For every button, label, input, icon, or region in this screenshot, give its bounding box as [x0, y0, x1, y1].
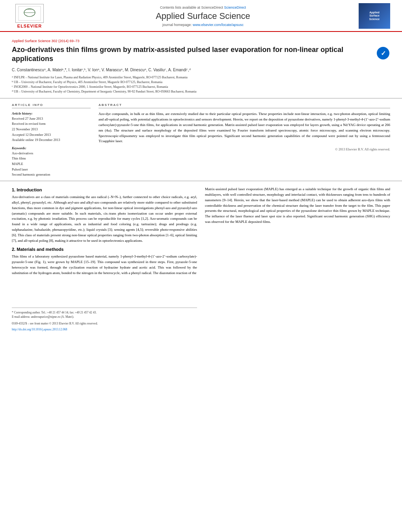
abstract-col: ABSTRACT Azo-dye compounds, in bulk or a… [99, 103, 390, 181]
journal-homepage-link[interactable]: www.elsevier.com/locate/apsusc [193, 23, 244, 27]
received-revised-date: 22 November 2013 [12, 127, 91, 132]
article-info-label: ARTICLE INFO [12, 103, 91, 108]
article-header-area: Applied Surface Science 302 (2014) 69–73… [0, 32, 402, 98]
sciencedirect-link[interactable]: ScienceDirect [224, 6, 246, 9]
authors: C. Constantinescuᵃ, A. Mateiᵃ,*, I. Ioni… [12, 67, 390, 73]
footnote-1: * Corresponding author. Tel.: +40 21 457… [12, 310, 197, 315]
page-wrapper: ELSEVIER Contents lists available at Sci… [0, 0, 402, 339]
footnote-2: E-mail address: andreeapurice@nipne.ro (… [12, 315, 197, 319]
section2-para1: Thin films of a laboratory synthesized p… [12, 254, 197, 276]
keywords-list: Azo-derivatives Thin films MAPLE Pulsed … [12, 151, 91, 178]
history-label: Article history: [12, 111, 91, 115]
elsevier-label: ELSEVIER [17, 24, 42, 28]
affiliations: ᵃ INFLPR – National Institute for Laser,… [12, 75, 390, 94]
affiliation-2: ᵇ UB – University of Bucharest, Faculty … [12, 80, 390, 85]
keywords-label: Keywords: [12, 146, 91, 150]
sciencedirect-line: Contents lists available at ScienceDirec… [47, 6, 359, 9]
affiliation-3: ᶜ INOE2000 – National Institute for Opto… [12, 85, 390, 89]
keyword-5: Second harmonic generation [12, 172, 91, 178]
elsevier-logo-image [15, 4, 44, 23]
keyword-2: Thin films [12, 156, 91, 161]
keyword-4: Pulsed laser [12, 167, 91, 172]
section1-heading: 1. Introduction [12, 187, 197, 192]
two-col-section: ARTICLE INFO Article history: Received 2… [0, 98, 402, 181]
journal-issue: Applied Surface Science 302 (2014) 69–73 [12, 39, 390, 43]
header-center: Contents lists available at ScienceDirec… [47, 6, 359, 27]
article-history-group: Article history: Received 27 June 2013 R… [12, 111, 91, 143]
article-info-col: ARTICLE INFO Article history: Received 2… [12, 103, 91, 181]
affiliation-1: ᵃ INFLPR – National Institute for Laser,… [12, 75, 390, 80]
accepted-date: Accepted 12 December 2013 [12, 132, 91, 138]
keyword-1: Azo-derivatives [12, 151, 91, 156]
right-column: Matrix-assisted pulsed laser evaporation… [205, 187, 390, 331]
right-col-intro-para1: Matrix-assisted pulsed laser evaporation… [205, 187, 390, 225]
abstract-label: ABSTRACT [99, 103, 390, 108]
section2-heading: 2. Materials and methods [12, 247, 197, 252]
left-column: 1. Introduction Azo-derivatives are a cl… [12, 187, 197, 331]
doi-line: http://dx.doi.org/10.1016/j.apsusc.2013.… [12, 328, 197, 331]
affiliation-4: ᵈ UB – University of Bucharest, Faculty … [12, 89, 390, 94]
crossmark-icon: ✓ [377, 47, 389, 59]
journal-homepage-line: journal homepage: www.elsevier.com/locat… [47, 23, 359, 27]
footnotes-area: * Corresponding author. Tel.: +40 21 457… [12, 308, 197, 331]
journal-title-header: Applied Surface Science [47, 11, 359, 21]
elsevier-logo: ELSEVIER [12, 4, 47, 28]
crossmark-badge: ✓ [376, 46, 390, 60]
received-date: Received 27 June 2013 [12, 116, 91, 122]
section1-para1: Azo-derivatives are a class of materials… [12, 195, 197, 244]
available-date: Available online 19 December 2013 [12, 137, 91, 143]
abstract-text: Azo-dye compounds, in bulk or as thin fi… [99, 111, 390, 145]
keywords-group: Keywords: Azo-derivatives Thin films MAP… [12, 146, 91, 178]
main-content: 1. Introduction Azo-derivatives are a cl… [0, 181, 402, 339]
article-title: Azo-derivatives thin films grown by matr… [12, 45, 370, 64]
journal-logo-box: AppliedSurfaceScience [359, 3, 390, 29]
doi-link[interactable]: http://dx.doi.org/10.1016/j.apsusc.2013.… [12, 328, 67, 331]
received-revised-label: Received in revised form [12, 121, 91, 127]
keyword-3: MAPLE [12, 161, 91, 167]
copyright-line: © 2013 Elsevier B.V. All rights reserved… [99, 147, 390, 155]
issn-line: 0169-4332/$ – see front matter © 2013 El… [12, 321, 197, 326]
logo-title: AppliedSurfaceScience [369, 11, 380, 21]
article-title-row: Azo-derivatives thin films grown by matr… [12, 45, 390, 64]
svg-rect-0 [19, 6, 41, 20]
journal-header: ELSEVIER Contents lists available at Sci… [0, 0, 402, 32]
